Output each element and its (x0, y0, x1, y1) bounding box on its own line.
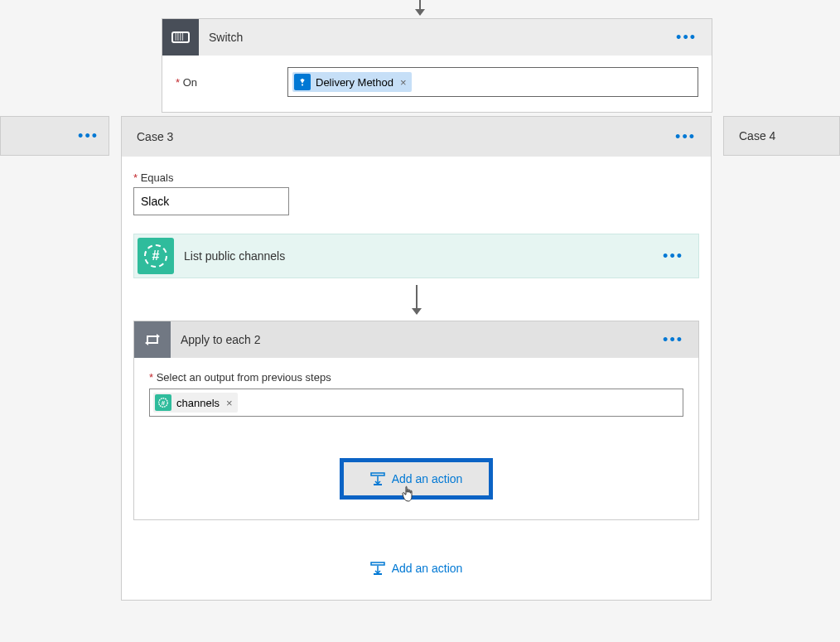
switch-body: * On Delivery Method × (162, 56, 712, 112)
add-action-icon (370, 472, 385, 485)
on-field[interactable]: Delivery Method × (287, 67, 698, 97)
more-menu-icon[interactable]: ••• (661, 29, 712, 46)
list-channels-action[interactable]: # List public channels ••• (133, 234, 699, 278)
apply-header[interactable]: Apply to each 2 ••• (134, 321, 698, 358)
list-channels-title: List public channels (177, 249, 648, 263)
token-label: channels (176, 397, 220, 409)
case-3-title: Case 3 (137, 130, 173, 143)
forms-icon (294, 74, 311, 90)
loop-icon (134, 321, 171, 358)
token-label: Delivery Method (316, 76, 393, 89)
svg-point-1 (302, 84, 303, 85)
add-action-button-highlighted[interactable]: Add an action (340, 458, 493, 500)
cases-row: ••• Case 3 ••• * Equals # List public ch… (0, 116, 840, 601)
switch-icon (162, 19, 199, 56)
slack-small-icon: # (155, 394, 171, 411)
switch-title: Switch (199, 31, 661, 44)
more-menu-icon[interactable]: ••• (648, 248, 698, 265)
apply-title: Apply to each 2 (171, 333, 648, 346)
case-3-header[interactable]: Case 3 ••• (122, 117, 711, 157)
cursor-hand-icon (400, 485, 417, 508)
token-delivery-method[interactable]: Delivery Method × (292, 72, 412, 92)
add-action-label: Add an action (392, 472, 463, 485)
more-menu-icon[interactable]: ••• (78, 128, 99, 145)
case-previous-sliver[interactable]: ••• (0, 116, 109, 156)
add-action-button[interactable]: Add an action (133, 562, 699, 575)
equals-input[interactable] (133, 187, 289, 215)
slack-icon: # (138, 238, 174, 274)
remove-token-icon[interactable]: × (226, 397, 233, 409)
switch-card: Switch ••• * On Delivery Method × (162, 18, 712, 113)
more-menu-icon[interactable]: ••• (648, 331, 698, 349)
select-output-label: * Select an output from previous steps (149, 371, 683, 384)
more-menu-icon[interactable]: ••• (675, 128, 696, 146)
svg-text:#: # (162, 399, 166, 407)
connector-arrow (416, 285, 418, 314)
case-3-card: Case 3 ••• * Equals # List public channe… (121, 116, 712, 601)
case-4-header[interactable]: Case 4 (723, 116, 840, 156)
apply-to-each-card: Apply to each 2 ••• * Select an output f… (133, 321, 699, 520)
svg-rect-7 (371, 562, 384, 565)
svg-rect-4 (371, 473, 384, 475)
token-channels[interactable]: # channels × (153, 393, 238, 413)
connector-arrow-top (419, 0, 421, 15)
case-4-title: Case 4 (739, 129, 775, 142)
add-action-label: Add an action (392, 562, 463, 575)
select-output-field[interactable]: # channels × (149, 389, 683, 417)
on-label: * On (176, 76, 287, 89)
remove-token-icon[interactable]: × (400, 76, 407, 89)
switch-header[interactable]: Switch ••• (162, 19, 712, 56)
add-action-icon (370, 562, 385, 575)
equals-label: * Equals (133, 171, 699, 184)
